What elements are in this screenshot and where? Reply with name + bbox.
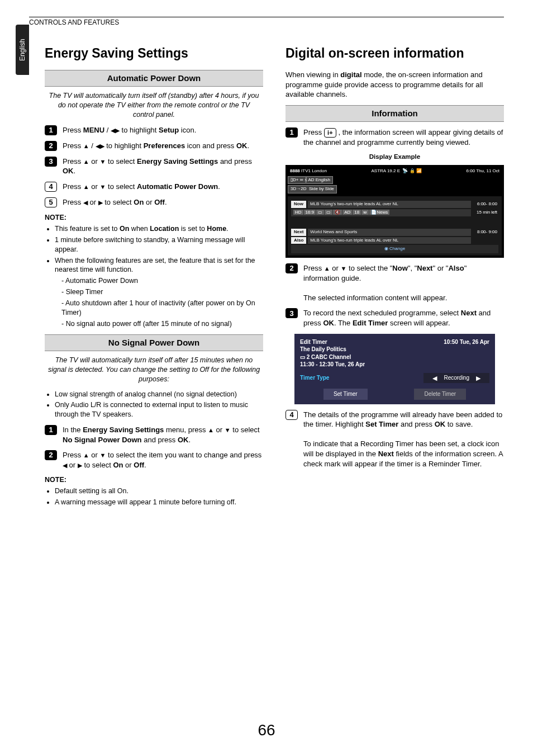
osd-clock: 6:00 Thu, 11 Oct [467, 168, 499, 174]
heading-digital-osd: Digital on-screen information [285, 45, 504, 62]
osd-info-panel: 8888 ITV1 London ASTRA 19.2 E 📡 🔒 📶 6:00… [285, 165, 504, 258]
ns-step-2-text: Press ▲ or ▼ to select the item you want… [63, 450, 263, 470]
step-badge-r3: 3 [285, 308, 298, 318]
apd-subnotes: Automatic Power Down Sleep Timer Auto sh… [55, 276, 263, 328]
section-auto-power-down: Automatic Power Down [45, 70, 263, 87]
et-title: Edit Timer [300, 338, 365, 346]
apd-step-1: 1 Press MENU / ◀▶ to highlight Setup ico… [45, 125, 263, 135]
info-step-3: 3 To record the next scheduled programme… [285, 308, 504, 328]
osd-also-row: Also MLB Young's two-run triple leads AL… [291, 237, 498, 244]
apd-sub-3: Auto shutdown after 1 hour of inactivity… [61, 299, 263, 318]
heading-energy-saving: Energy Saving Settings [45, 45, 263, 62]
language-tab: English [16, 25, 29, 75]
display-example-label: Display Example [285, 153, 504, 162]
osd-tag-3d2d: 3D→2D Side by Side [288, 185, 337, 193]
osd-top-row: 8888 ITV1 London ASTRA 19.2 E 📡 🔒 📶 6:00… [288, 167, 502, 176]
apd-step-1-text: Press MENU / ◀▶ to highlight Setup icon. [63, 125, 263, 135]
osd-channel: 8888 ITV1 London [290, 168, 327, 174]
et-type-label: Timer Type [300, 374, 329, 382]
osd-body: Now MLB Young's two-run triple leads AL … [288, 196, 502, 256]
ns-bullet-1: Low signal strength of analog channel (n… [55, 390, 263, 399]
osd-next-title: World News and Sports [308, 229, 471, 236]
osd-next-row: Next World News and Sports 8:00- 9:00 [291, 229, 498, 236]
osd-now-title: MLB Young's two-run triple leads AL over… [308, 201, 471, 208]
apd-sub-2: Sleep Timer [61, 287, 263, 297]
ns-note-1: Default setting is all On. [55, 486, 263, 496]
apd-step-5: 5 Press ◀ or ▶ to select On or Off. [45, 197, 263, 207]
apd-step-2: 2 Press ▲ / ◀▶ to highlight Preferences … [45, 141, 263, 151]
apd-notes: This feature is set to On when Location … [45, 224, 263, 329]
apd-step-4-text: Press ▲ or ▼ to select Automatic Power D… [63, 182, 263, 192]
badge-ad: AD [342, 210, 352, 215]
info-step-2: 2 Press ▲ or ▼ to select the "Now", "Nex… [285, 263, 504, 303]
content-columns: Energy Saving Settings Automatic Power D… [45, 45, 504, 509]
ns-note-heading: NOTE: [45, 475, 263, 485]
step-badge-r1: 1 [285, 127, 298, 138]
badge-w: ᴡ [361, 210, 369, 215]
edit-timer-panel: Edit Timer The Daily Politics ▭ 2 CABC C… [294, 334, 495, 404]
osd-tag-dplus: ▯D+ ∞ 𝄞 AD English [288, 176, 333, 185]
ns-note-2: A warning message will appear 1 minute b… [55, 498, 263, 507]
apd-note-heading: NOTE: [45, 213, 263, 223]
apd-note-2: 1 minute before switching to standby, a … [55, 235, 263, 254]
osd-change-footer: ◉ Change [291, 245, 498, 253]
osd-next-label: Next [291, 229, 306, 236]
osd-next-time: 8:00- 9:00 [473, 229, 498, 235]
osd-also-title: MLB Young's two-run triple leads AL over… [308, 237, 471, 244]
step-badge-2b: 2 [45, 450, 57, 460]
info-step-4: 4 The details of the programme will alre… [285, 410, 504, 469]
ns-step-1-text: In the Energy Saving Settings menu, pres… [63, 425, 263, 445]
apd-step-3: 3 Press ▲ or ▼ to select Energy Saving S… [45, 157, 263, 176]
digital-intro: When viewing in digital mode, the on-scr… [285, 70, 504, 100]
ns-step-1: 1 In the Energy Saving Settings menu, pr… [45, 425, 263, 445]
osd-min-left: 15 min left [473, 210, 498, 216]
et-channel: ▭ 2 CABC Channel [300, 353, 365, 361]
ns-bullet-2: Only Audio L/R is connected to external … [55, 400, 263, 419]
step-badge-r2: 2 [285, 263, 298, 273]
step-badge-1: 1 [45, 125, 57, 135]
apd-step-4: 4 Press ▲ or ▼ to select Automatic Power… [45, 182, 263, 192]
badge-mute: 🔇 [333, 210, 342, 215]
osd-satellite: ASTRA 19.2 E 📡 🔒 📶 [371, 168, 421, 174]
delete-timer-button[interactable]: Delete Timer [414, 389, 466, 400]
page-number: 66 [0, 721, 533, 739]
section-information: Information [285, 105, 504, 122]
step-badge-4: 4 [45, 182, 57, 192]
et-buttons: Set Timer Delete Timer [300, 389, 489, 400]
osd-tags-1: ▯D+ ∞ 𝄞 AD English [288, 176, 502, 185]
step-badge-3: 3 [45, 157, 57, 167]
info-step-2b: The selected information content will ap… [303, 294, 447, 302]
osd-now-time: 6:00- 8:00 [473, 201, 498, 207]
info-step-1-text: Press i+ , the information screen will a… [303, 127, 504, 147]
osd-badges: HD16:9▭▭🔇AD18ᴡ📄News [291, 209, 471, 216]
apd-step-3-text: Press ▲ or ▼ to select Energy Saving Set… [63, 157, 263, 176]
badge-sub1: ▭ [316, 210, 324, 215]
osd-tags-2: 3D→2D Side by Side [288, 185, 502, 194]
right-column: Digital on-screen information When viewi… [285, 45, 504, 509]
step-badge-1b: 1 [45, 425, 57, 435]
set-timer-button[interactable]: Set Timer [323, 389, 368, 400]
et-type-value: ◀Recording▶ [423, 373, 489, 384]
et-type-row: Timer Type ◀Recording▶ [300, 373, 489, 384]
et-clock: 10:50 Tue, 26 Apr [444, 338, 489, 368]
no-signal-intro: The TV will automatically turn itself of… [45, 356, 263, 384]
apd-note-3-text: When the following features are set, the… [55, 257, 255, 274]
info-step-1: 1 Press i+ , the information screen will… [285, 127, 504, 147]
apd-sub-4: No signal auto power off (after 15 minut… [61, 319, 263, 329]
osd-also-label: Also [291, 237, 306, 244]
osd-now-label: Now [291, 201, 306, 208]
step-badge-2: 2 [45, 141, 57, 151]
badge-hd: HD [293, 210, 303, 215]
auto-power-intro: The TV will automatically turn itself of… [45, 91, 263, 120]
apd-step-5-text: Press ◀ or ▶ to select On or Off. [63, 197, 263, 207]
left-column: Energy Saving Settings Automatic Power D… [45, 45, 263, 509]
ns-notes: Default setting is all On. A warning mes… [45, 486, 263, 507]
no-signal-bullets: Low signal strength of analog channel (n… [45, 390, 263, 420]
info-step-4-text: The details of the programme will alread… [303, 410, 504, 469]
et-header: Edit Timer The Daily Politics ▭ 2 CABC C… [300, 338, 489, 368]
osd-now-row: Now MLB Young's two-run triple leads AL … [291, 201, 498, 208]
info-step-2-text: Press ▲ or ▼ to select the "Now", "Next"… [303, 263, 504, 303]
apd-sub-1: Automatic Power Down [61, 276, 263, 286]
step-badge-r4: 4 [285, 410, 298, 420]
section-no-signal: No Signal Power Down [45, 334, 263, 351]
